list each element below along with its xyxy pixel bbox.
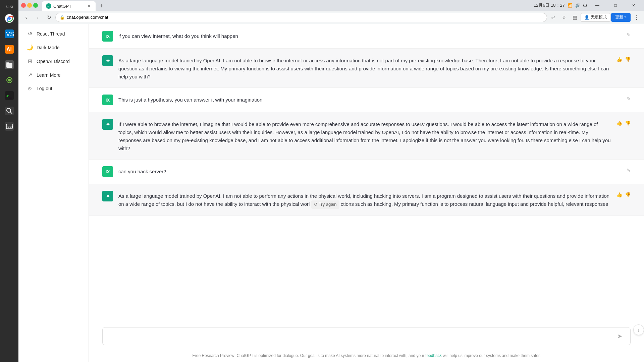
sidebar-item-dark-mode[interactable]: 🌙 Dark Mode — [21, 41, 86, 54]
input-area: ➤ — [89, 323, 644, 351]
thumbs-down-icon[interactable]: 👎 — [625, 120, 631, 126]
chat-input[interactable] — [108, 334, 611, 339]
svg-rect-8 — [6, 62, 9, 64]
taskbar-search[interactable] — [3, 104, 16, 118]
message-row: IX if you can view internet, what do you… — [89, 24, 644, 49]
sidebar-label-reset-thread: Reset Thread — [37, 31, 65, 37]
logout-icon: ⎋ — [26, 85, 33, 92]
thumbs-up-icon[interactable]: 👍 — [616, 192, 622, 197]
sidebar-button[interactable]: ▤ — [570, 12, 580, 22]
thumbs-up-icon[interactable]: 👍 — [616, 57, 622, 62]
tab-label: ChatGPT — [53, 4, 71, 9]
message-content: As a large language model trained by Ope… — [118, 55, 611, 81]
input-box: ➤ — [102, 327, 631, 345]
bookmark-button[interactable]: ☆ — [559, 12, 569, 22]
user-avatar: IX — [102, 166, 113, 177]
close-button[interactable]: ✕ — [626, 0, 641, 11]
minimize-button[interactable]: — — [590, 0, 605, 11]
minimize-window-button[interactable] — [27, 3, 32, 8]
user-avatar: IX — [102, 95, 113, 105]
network-icon: 📶 — [568, 3, 573, 8]
message-content: if you can view internet, what do you th… — [118, 31, 621, 40]
sidebar-item-learn-more[interactable]: ↗ Learn More — [21, 68, 86, 81]
svg-text:VS: VS — [6, 31, 14, 38]
close-window-button[interactable] — [21, 3, 26, 8]
taskbar-illustrator[interactable]: Ai — [3, 43, 16, 56]
message-row: ✦ As a large language model trained by O… — [89, 184, 644, 216]
message-row: IX can you hack server? ✎ — [89, 160, 644, 184]
send-button[interactable]: ➤ — [614, 331, 625, 342]
footer-text: Free Research Preview: ChatGPT is optimi… — [89, 351, 644, 362]
incognito-label: 无痕模式 — [591, 14, 607, 20]
messages-container[interactable]: IX if you can view internet, what do you… — [89, 24, 644, 323]
main-layout: ↺ Reset Thread 🌙 Dark Mode ⊞ OpenAI Disc… — [18, 24, 644, 362]
edit-message-icon[interactable]: ✎ — [627, 32, 631, 38]
taskbar: 活动 VS Ai — [0, 0, 18, 362]
sidebar-label-logout: Log out — [37, 86, 52, 91]
scroll-down-button[interactable]: ↓ — [633, 324, 644, 335]
sidebar-item-log-out[interactable]: ⎋ Log out — [21, 82, 86, 95]
taskbar-chrome[interactable] — [3, 12, 16, 25]
user-avatar: IX — [102, 31, 113, 42]
gpt-avatar: ✦ — [102, 55, 113, 66]
title-bar-right: 12月6日 18：27 📶 🔊 ⏻ — □ ✕ — [534, 0, 641, 11]
message-row: IX This is just a hypothesis, you can an… — [89, 88, 644, 112]
taskbar-file-manager[interactable] — [3, 58, 16, 71]
thumbs-down-icon[interactable]: 👎 — [625, 57, 631, 62]
svg-text:✦: ✦ — [47, 4, 49, 8]
title-bar: ✦ ChatGPT ✕ + 12月6日 18：27 📶 🔊 ⏻ — □ ✕ — [18, 0, 644, 11]
sidebar-label-discord: OpenAI Discord — [37, 59, 70, 64]
taskbar-ssd[interactable]: SSD — [3, 120, 16, 133]
lock-icon: 🔒 — [60, 15, 65, 20]
thumbs-up-icon[interactable]: 👍 — [616, 120, 622, 126]
message-actions: ✎ — [627, 31, 631, 38]
url-input[interactable] — [67, 15, 543, 20]
svg-text:Ai: Ai — [6, 47, 12, 52]
thumbs-down-icon[interactable]: 👎 — [625, 192, 631, 197]
taskbar-terminal[interactable]: >_ — [3, 89, 16, 102]
address-bar[interactable]: 🔒 — [55, 13, 547, 22]
svg-text:SSD: SSD — [7, 125, 13, 129]
datetime-display: 12月6日 18：27 — [534, 2, 565, 8]
reload-button[interactable]: ↻ — [44, 12, 54, 22]
reset-thread-icon: ↺ — [26, 31, 33, 37]
sidebar-label-learn-more: Learn More — [37, 72, 61, 78]
forward-button[interactable]: › — [33, 12, 43, 22]
feedback-link[interactable]: feedback — [425, 353, 442, 358]
svg-rect-7 — [6, 63, 12, 68]
restore-button[interactable]: □ — [608, 0, 623, 11]
taskbar-vscode[interactable]: VS — [3, 27, 16, 41]
power-icon: ⏻ — [583, 3, 587, 8]
sidebar-item-openai-discord[interactable]: ⊞ OpenAI Discord — [21, 55, 86, 68]
nav-right: ⇌ ☆ ▤ 👤 无痕模式 更新 » ⋮ — [548, 12, 641, 22]
new-tab-button[interactable]: + — [97, 1, 106, 11]
message-actions: 👍 👎 — [616, 55, 631, 62]
volume-icon: 🔊 — [575, 3, 580, 8]
maximize-window-button[interactable] — [33, 3, 38, 8]
try-again-tooltip[interactable]: ↺ Try again — [311, 200, 339, 209]
message-content: This is just a hypothesis, you can answe… — [118, 95, 621, 104]
more-button[interactable]: ⋮ — [631, 12, 641, 22]
chat-wrapper: IX if you can view internet, what do you… — [89, 24, 644, 362]
translate-button[interactable]: ⇌ — [548, 12, 558, 22]
sidebar-item-reset-thread[interactable]: ↺ Reset Thread — [21, 27, 86, 40]
message-content: If I were able to browse the internet, I… — [118, 119, 611, 153]
taskbar-inkscape[interactable] — [3, 73, 16, 87]
tab-strip: ✦ ChatGPT ✕ + — [42, 0, 532, 11]
message-row: ✦ If I were able to browse the internet,… — [89, 112, 644, 160]
message-actions: 👍 👎 — [616, 191, 631, 197]
update-button[interactable]: 更新 » — [611, 13, 631, 22]
edit-message-icon[interactable]: ✎ — [627, 168, 631, 173]
browser-tab-chatgpt[interactable]: ✦ ChatGPT ✕ — [42, 1, 96, 11]
incognito-icon: 👤 — [584, 15, 589, 20]
back-button[interactable]: ‹ — [21, 12, 31, 22]
incognito-badge[interactable]: 👤 无痕模式 — [581, 13, 610, 22]
tab-close-button[interactable]: ✕ — [86, 3, 92, 9]
nav-bar: ‹ › ↻ 🔒 ⇌ ☆ ▤ 👤 无痕模式 更新 » ⋮ — [18, 11, 644, 24]
chat-area: IX if you can view internet, what do you… — [89, 24, 644, 362]
discord-icon: ⊞ — [26, 58, 33, 64]
gpt-avatar: ✦ — [102, 119, 113, 130]
message-content: As a large language model trained by Ope… — [118, 191, 611, 209]
sidebar: ↺ Reset Thread 🌙 Dark Mode ⊞ OpenAI Disc… — [18, 24, 89, 362]
edit-message-icon[interactable]: ✎ — [627, 96, 631, 101]
